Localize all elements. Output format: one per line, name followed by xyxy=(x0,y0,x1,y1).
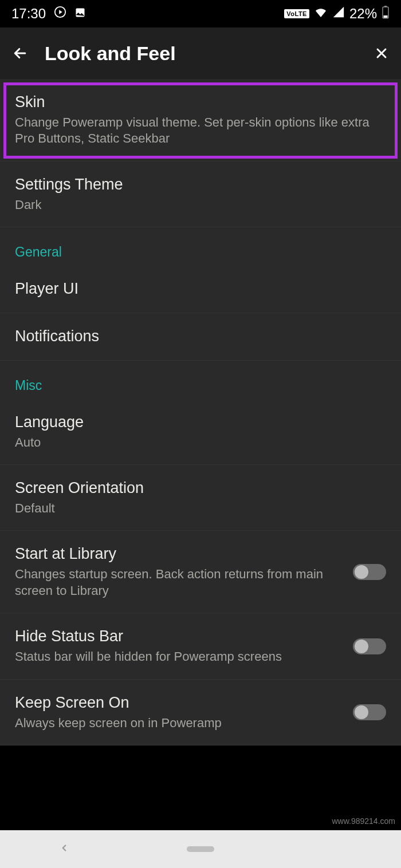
setting-title: Keep Screen On xyxy=(15,693,341,713)
battery-percent: 22% xyxy=(349,6,377,22)
setting-hide-status-bar[interactable]: Hide Status Bar Status bar will be hidde… xyxy=(0,613,401,679)
watermark: www.989214.com xyxy=(332,816,395,826)
image-icon xyxy=(74,6,86,22)
battery-icon xyxy=(382,5,390,22)
nav-back-icon[interactable] xyxy=(59,843,69,855)
setting-subtitle: Always keep screen on in Poweramp xyxy=(15,715,341,732)
nav-home-pill[interactable] xyxy=(187,846,214,852)
section-general: General xyxy=(0,227,401,266)
setting-language[interactable]: Language Auto xyxy=(0,399,401,465)
setting-subtitle: Dark xyxy=(15,197,386,214)
close-icon[interactable] xyxy=(374,45,390,61)
section-misc: Misc xyxy=(0,361,401,399)
toggle-keep-screen-on[interactable] xyxy=(353,704,386,720)
signal-icon xyxy=(332,6,345,22)
setting-title: Notifications xyxy=(15,327,386,346)
svg-rect-4 xyxy=(384,15,388,18)
wifi-icon xyxy=(314,5,328,22)
setting-subtitle: Default xyxy=(15,500,386,517)
app-header: Look and Feel xyxy=(0,27,401,79)
page-title: Look and Feel xyxy=(45,42,357,65)
setting-title: Player UI xyxy=(15,279,386,299)
toggle-hide-status-bar[interactable] xyxy=(353,638,386,654)
setting-subtitle: Status bar will be hidden for Poweramp s… xyxy=(15,649,341,665)
svg-rect-3 xyxy=(384,6,387,7)
setting-skin[interactable]: Skin Change Poweramp visual theme. Set p… xyxy=(0,79,401,161)
status-time: 17:30 xyxy=(11,6,46,22)
setting-subtitle: Auto xyxy=(15,435,386,451)
navigation-bar xyxy=(0,830,401,868)
play-icon xyxy=(54,6,66,22)
settings-list: Skin Change Poweramp visual theme. Set p… xyxy=(0,79,401,745)
setting-title: Screen Orientation xyxy=(15,479,386,498)
setting-notifications[interactable]: Notifications xyxy=(0,313,401,361)
setting-start-at-library[interactable]: Start at Library Changes startup screen.… xyxy=(0,531,401,613)
setting-title: Start at Library xyxy=(15,545,341,564)
back-icon[interactable] xyxy=(11,45,29,62)
status-bar: 17:30 VoLTE 22% xyxy=(0,0,401,27)
volte-badge: VoLTE xyxy=(284,9,309,18)
setting-keep-screen-on[interactable]: Keep Screen On Always keep screen on in … xyxy=(0,680,401,745)
setting-subtitle: Changes startup screen. Back action retu… xyxy=(15,566,341,599)
toggle-start-at-library[interactable] xyxy=(353,564,386,580)
setting-player-ui[interactable]: Player UI xyxy=(0,266,401,313)
setting-title: Hide Status Bar xyxy=(15,627,341,646)
setting-title: Skin xyxy=(15,93,386,112)
setting-screen-orientation[interactable]: Screen Orientation Default xyxy=(0,465,401,531)
setting-title: Settings Theme xyxy=(15,175,386,195)
setting-title: Language xyxy=(15,413,386,432)
setting-subtitle: Change Poweramp visual theme. Set per-sk… xyxy=(15,115,386,147)
setting-settings-theme[interactable]: Settings Theme Dark xyxy=(0,161,401,227)
